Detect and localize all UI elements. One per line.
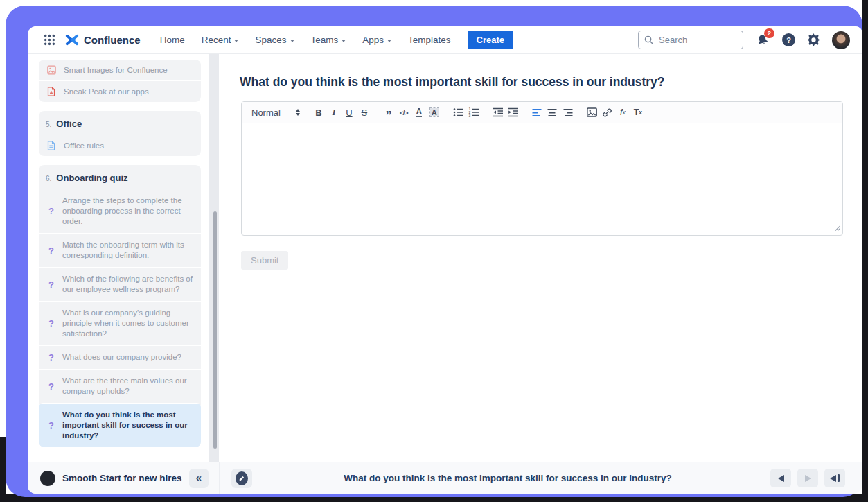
triangle-right-disabled-icon xyxy=(805,475,811,482)
sidebar-question-item-active[interactable]: ? What do you think is the most importan… xyxy=(39,403,201,447)
confluence-window: Confluence Home Recent Spaces Teams Apps… xyxy=(28,26,862,494)
highlight-button[interactable]: A xyxy=(427,105,442,120)
quiz-question-icon: ? xyxy=(44,245,58,256)
rich-text-editor: Normal B I U S ” </> A A xyxy=(241,101,843,236)
italic-button[interactable]: I xyxy=(326,105,342,120)
nav-item-templates[interactable]: Templates xyxy=(408,35,451,45)
navbar-menu: Home Recent Spaces Teams Apps Templates xyxy=(160,35,451,45)
sidebar-question-item[interactable]: ? What does our company provide? xyxy=(39,345,201,369)
ordered-list-button[interactable]: 123 xyxy=(466,105,481,120)
resize-handle-icon[interactable] xyxy=(834,221,840,234)
bottom-bar: Smooth Start for new hires « What do you… xyxy=(28,462,862,494)
question-nav-buttons xyxy=(770,469,845,487)
question-label: Match the onboarding term with its corre… xyxy=(62,240,194,261)
text-color-icon: A xyxy=(416,107,423,117)
content-row: Smart Images for Confluence Sneak Peak a… xyxy=(28,54,862,462)
text-color-button[interactable]: A xyxy=(411,105,427,120)
bottom-bar-space-section: Smooth Start for new hires « xyxy=(28,462,219,494)
nav-item-home[interactable]: Home xyxy=(160,35,185,45)
section-header-onboarding-quiz[interactable]: 6. Onboarding quiz xyxy=(39,165,201,189)
insert-image-button[interactable] xyxy=(585,105,600,120)
formula-button[interactable]: fx xyxy=(615,105,630,120)
nav-item-teams[interactable]: Teams xyxy=(311,35,346,45)
editor-text-area[interactable] xyxy=(242,123,842,235)
underline-button[interactable]: U xyxy=(342,105,357,120)
outdent-button[interactable] xyxy=(490,105,506,120)
section-title: Onboarding quiz xyxy=(56,173,127,183)
question-mark-icon: ? xyxy=(786,36,791,44)
search-input[interactable] xyxy=(657,34,735,46)
align-left-button[interactable] xyxy=(530,105,545,120)
double-chevron-left-icon: « xyxy=(196,471,202,483)
sidebar-scrollbar-thumb[interactable] xyxy=(213,211,217,449)
clear-formatting-button[interactable]: Tx xyxy=(630,105,646,120)
section-number: 6. xyxy=(46,175,51,182)
sidebar-item-label: Office rules xyxy=(64,141,104,150)
sidebar-item-sneak-peak[interactable]: Sneak Peak at our apps xyxy=(39,80,201,102)
space-avatar xyxy=(40,471,55,486)
chevron-down-icon xyxy=(387,40,391,42)
align-left-icon xyxy=(532,108,542,117)
indent-button[interactable] xyxy=(506,105,521,120)
style-updown-icon[interactable] xyxy=(296,109,300,116)
main-content: What do you think is the most important … xyxy=(219,54,862,462)
settings-button[interactable] xyxy=(807,33,820,46)
align-right-button[interactable] xyxy=(560,105,576,120)
collapse-sidebar-button[interactable]: « xyxy=(189,469,209,488)
ordered-list-icon: 123 xyxy=(468,107,479,117)
sidebar-question-item[interactable]: ? What are the three main values our com… xyxy=(39,369,201,403)
sidebar-question-item[interactable]: ? Arrange the steps to complete the onbo… xyxy=(39,189,201,233)
section-header-office[interactable]: 5. Office xyxy=(39,111,201,135)
quiz-question-icon: ? xyxy=(44,420,58,431)
question-label: Arrange the steps to complete the onboar… xyxy=(62,196,194,227)
pdf-icon xyxy=(44,87,58,96)
blockquote-button[interactable]: ” xyxy=(381,105,396,120)
editor-toolbar: Normal B I U S ” </> A A xyxy=(242,102,842,123)
sidebar-scrollbar-track[interactable] xyxy=(209,54,219,462)
bold-button[interactable]: B xyxy=(311,105,326,120)
sidebar-item-label: Smart Images for Confluence xyxy=(64,66,168,74)
sidebar-question-item[interactable]: ? What is our company's guiding principl… xyxy=(39,301,201,345)
triangle-left-icon xyxy=(778,475,784,482)
sidebar-item-office-rules[interactable]: Office rules xyxy=(39,135,201,156)
skip-to-end-button[interactable] xyxy=(824,469,845,487)
search-box[interactable] xyxy=(638,31,743,49)
nav-item-spaces[interactable]: Spaces xyxy=(255,35,294,45)
paragraph-style-select[interactable]: Normal xyxy=(251,107,281,118)
question-label: What are the three main values our compa… xyxy=(62,376,194,397)
app-switcher-grid-icon[interactable] xyxy=(40,31,58,49)
bullet-list-button[interactable] xyxy=(451,105,466,120)
svg-text:3: 3 xyxy=(468,114,470,117)
sidebar-item-smart-images[interactable]: Smart Images for Confluence xyxy=(39,60,201,80)
sidebar-group-apps: Smart Images for Confluence Sneak Peak a… xyxy=(39,60,201,102)
sidebar-question-item[interactable]: ? Which of the following are benefits of… xyxy=(39,267,201,301)
sidebar-question-item[interactable]: ? Match the onboarding term with its cor… xyxy=(39,233,201,267)
submit-button[interactable]: Submit xyxy=(241,251,288,270)
notifications-button[interactable]: 2 xyxy=(755,33,770,48)
nav-item-apps[interactable]: Apps xyxy=(362,35,391,45)
user-avatar[interactable] xyxy=(832,31,850,49)
code-button[interactable]: </> xyxy=(396,105,411,120)
bullet-list-icon xyxy=(453,107,464,117)
gear-icon xyxy=(807,33,820,46)
help-button[interactable]: ? xyxy=(782,33,795,46)
align-center-button[interactable] xyxy=(545,105,560,120)
image-icon xyxy=(44,65,58,75)
sidebar-group-onboarding-quiz: 6. Onboarding quiz ? Arrange the steps t… xyxy=(39,165,201,447)
strikethrough-button[interactable]: S xyxy=(357,105,372,120)
confluence-brand[interactable]: Confluence xyxy=(65,34,141,46)
insert-link-button[interactable] xyxy=(600,105,615,120)
outdent-icon xyxy=(493,107,504,117)
dark-edge-right xyxy=(862,0,868,502)
align-center-icon xyxy=(547,108,558,117)
pencil-icon xyxy=(238,475,245,482)
create-button[interactable]: Create xyxy=(468,31,513,49)
previous-question-button[interactable] xyxy=(770,469,791,487)
insert-link-icon xyxy=(602,107,612,118)
dark-edge-left xyxy=(0,437,6,502)
bottom-bar-main-section: What do you think is the most important … xyxy=(219,462,862,494)
nav-item-recent[interactable]: Recent xyxy=(202,35,239,45)
quiz-question-icon: ? xyxy=(44,381,58,392)
edit-mode-button[interactable] xyxy=(231,469,252,488)
next-question-button[interactable] xyxy=(797,469,818,487)
